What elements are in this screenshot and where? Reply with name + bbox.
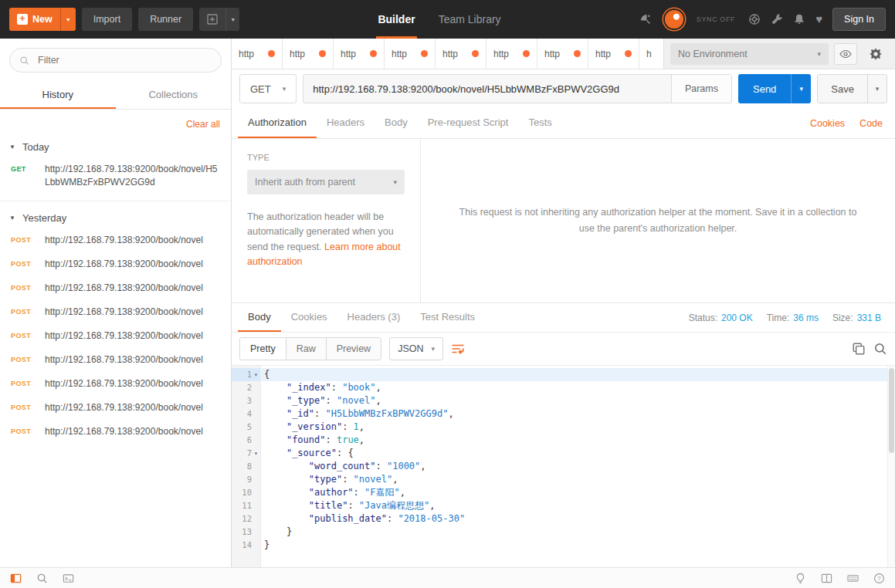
unsaved-dot <box>472 50 479 57</box>
tab-collections[interactable]: Collections <box>116 80 232 109</box>
auth-type-select[interactable]: Inherit auth from parent ▾ <box>247 170 405 194</box>
fold-icon[interactable]: ▾ <box>252 447 260 460</box>
send-dropdown-caret[interactable]: ▾ <box>791 74 811 103</box>
method-select-value: GET <box>250 83 271 95</box>
history-item[interactable]: POSThttp://192.168.79.138:9200/book/nove… <box>0 421 231 445</box>
history-item[interactable]: POSThttp://192.168.79.138:9200/book/nove… <box>0 326 231 350</box>
main-panel: httphttphttphttphttphttphttphttph No Env… <box>232 39 895 567</box>
satellite-icon[interactable] <box>639 13 652 25</box>
tab-history[interactable]: History <box>0 80 116 109</box>
global-search-icon[interactable] <box>36 573 48 584</box>
request-tab[interactable]: http <box>436 39 486 69</box>
two-pane-layout-icon[interactable] <box>821 573 832 584</box>
history-item[interactable]: POSThttp://192.168.79.138:9200/book/nove… <box>0 254 231 278</box>
fold-icon[interactable]: ▾ <box>252 368 260 381</box>
history-item-url: http://192.168.79.138:9200/book/novel <box>45 282 203 295</box>
wrench-icon[interactable] <box>771 13 783 25</box>
new-window-button[interactable] <box>199 8 225 31</box>
request-tab-pre-request-script[interactable]: Pre-request Script <box>418 108 519 138</box>
request-tab[interactable]: http <box>283 39 334 69</box>
response-tab-test-results[interactable]: Test Results <box>410 303 485 332</box>
new-dropdown-caret[interactable]: ▾ <box>60 8 76 31</box>
request-tab[interactable]: http <box>385 39 436 69</box>
request-tab-body[interactable]: Body <box>375 108 418 138</box>
history-item[interactable]: POSThttp://192.168.79.138:9200/book/nove… <box>0 397 231 421</box>
request-tab-authorization[interactable]: Authorization <box>238 108 317 138</box>
support-icon[interactable] <box>748 13 761 25</box>
code-text: "type": "novel", <box>260 473 895 486</box>
history-item-url: http://192.168.79.138:9200/book/novel <box>45 258 203 271</box>
history-item[interactable]: POSThttp://192.168.79.138:9200/book/nove… <box>0 302 231 326</box>
code-text: "found": true, <box>260 434 895 447</box>
request-tab[interactable]: http <box>334 39 385 69</box>
view-mode-preview[interactable]: Preview <box>327 338 381 360</box>
lightbulb-icon[interactable] <box>795 573 806 584</box>
new-button[interactable]: + New <box>9 8 60 31</box>
params-button[interactable]: Params <box>671 75 731 103</box>
filter-input[interactable] <box>9 48 222 73</box>
import-button[interactable]: Import <box>82 8 132 31</box>
heart-icon[interactable]: ♥ <box>815 13 822 25</box>
sidebar-toggle-icon[interactable] <box>10 573 22 584</box>
postman-logo[interactable] <box>665 10 683 29</box>
code-link[interactable]: Code <box>859 118 883 129</box>
method-badge: POST <box>11 258 39 271</box>
environment-preview-button[interactable] <box>834 43 857 65</box>
tab-builder[interactable]: Builder <box>376 0 416 39</box>
request-tab[interactable]: http <box>588 39 639 69</box>
line-number: 11 <box>232 499 260 512</box>
response-tab-headers-3[interactable]: Headers (3) <box>337 303 411 332</box>
response-tab-cookies[interactable]: Cookies <box>281 303 337 332</box>
filter-wrap <box>0 39 231 80</box>
format-select[interactable]: JSON ▾ <box>389 337 443 360</box>
history-group-header[interactable]: ▼Yesterday <box>0 201 231 230</box>
search-response-icon[interactable] <box>873 342 887 356</box>
cookies-link[interactable]: Cookies <box>810 118 845 129</box>
send-button[interactable]: Send <box>738 74 791 103</box>
sign-in-button[interactable]: Sign In <box>832 8 886 31</box>
view-mode-pretty[interactable]: Pretty <box>240 338 286 360</box>
auth-panel-message: This request is not inheriting any autho… <box>452 204 864 236</box>
environment-select[interactable]: No Environment ▾ <box>670 43 829 65</box>
request-tab[interactable]: h <box>639 39 663 69</box>
scrollbar-thumb[interactable] <box>889 368 894 453</box>
history-item[interactable]: POSThttp://192.168.79.138:9200/book/nove… <box>0 278 231 302</box>
copy-icon[interactable] <box>852 342 866 356</box>
auth-help-text: The authorization header will be automat… <box>247 210 405 270</box>
code-line: 2 "_index": "book", <box>232 381 895 394</box>
response-panel: BodyCookiesHeaders (3)Test Results Statu… <box>232 302 895 567</box>
unsaved-dot <box>370 50 377 57</box>
help-icon[interactable]: ? <box>873 573 885 584</box>
method-select[interactable]: GET ▾ <box>239 74 297 103</box>
keyboard-shortcuts-icon[interactable] <box>847 573 859 584</box>
history-item[interactable]: GEThttp://192.168.79.138:9200/book/novel… <box>0 159 231 196</box>
history-group-header[interactable]: ▼Today <box>0 132 231 159</box>
header-left: + New ▾ Import Runner ▾ <box>9 0 239 39</box>
runner-button[interactable]: Runner <box>138 8 193 31</box>
history-group: ▼TodayGEThttp://192.168.79.138:9200/book… <box>0 132 231 196</box>
settings-button[interactable] <box>863 43 889 65</box>
collapse-icon: ▼ <box>9 215 15 221</box>
history-item[interactable]: POSThttp://192.168.79.138:9200/book/nove… <box>0 230 231 254</box>
request-builder: GET ▾ Params Send ▾ Save ▾ <box>232 69 895 108</box>
editor-scrollbar[interactable] <box>887 366 895 567</box>
history-item[interactable]: POSThttp://192.168.79.138:9200/book/nove… <box>0 373 231 397</box>
console-icon[interactable] <box>63 573 74 584</box>
request-tab[interactable]: http <box>232 39 283 69</box>
save-button[interactable]: Save <box>818 75 867 103</box>
tab-team-library[interactable]: Team Library <box>437 0 503 39</box>
url-input[interactable] <box>303 75 671 103</box>
clear-all-link[interactable]: Clear all <box>186 119 220 130</box>
history-item[interactable]: POSThttp://192.168.79.138:9200/book/nove… <box>0 350 231 373</box>
request-tab[interactable]: http <box>486 39 537 69</box>
bell-icon[interactable] <box>793 13 805 25</box>
save-dropdown-caret[interactable]: ▾ <box>867 75 887 103</box>
view-mode-raw[interactable]: Raw <box>286 338 327 360</box>
request-tab-tests[interactable]: Tests <box>518 108 561 138</box>
wrap-lines-icon[interactable] <box>451 342 465 356</box>
status-bar: ? <box>0 567 895 588</box>
response-tab-body[interactable]: Body <box>238 303 281 332</box>
request-tab-headers[interactable]: Headers <box>317 108 375 138</box>
new-window-caret[interactable]: ▾ <box>225 8 239 31</box>
request-tab[interactable]: http <box>537 39 588 69</box>
